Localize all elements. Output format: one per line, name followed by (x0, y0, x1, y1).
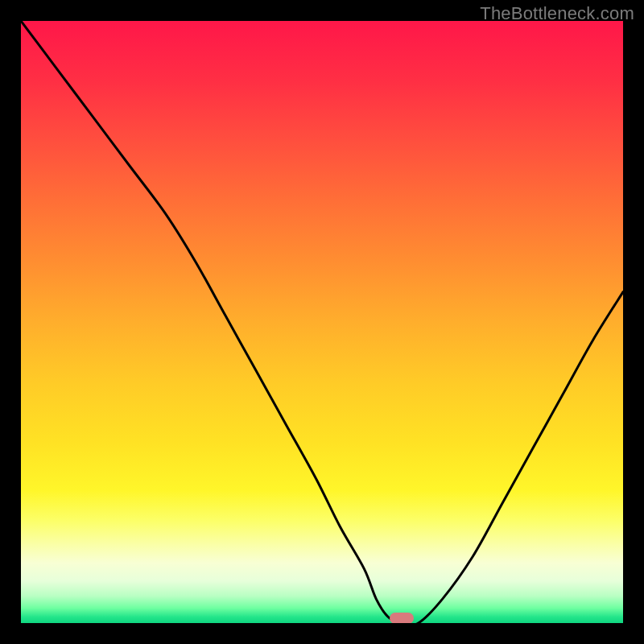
optimum-marker (390, 613, 414, 623)
curve-layer (21, 21, 623, 623)
chart-frame: TheBottleneck.com (0, 0, 644, 644)
plot-area (21, 21, 623, 623)
bottleneck-curve (21, 21, 623, 623)
